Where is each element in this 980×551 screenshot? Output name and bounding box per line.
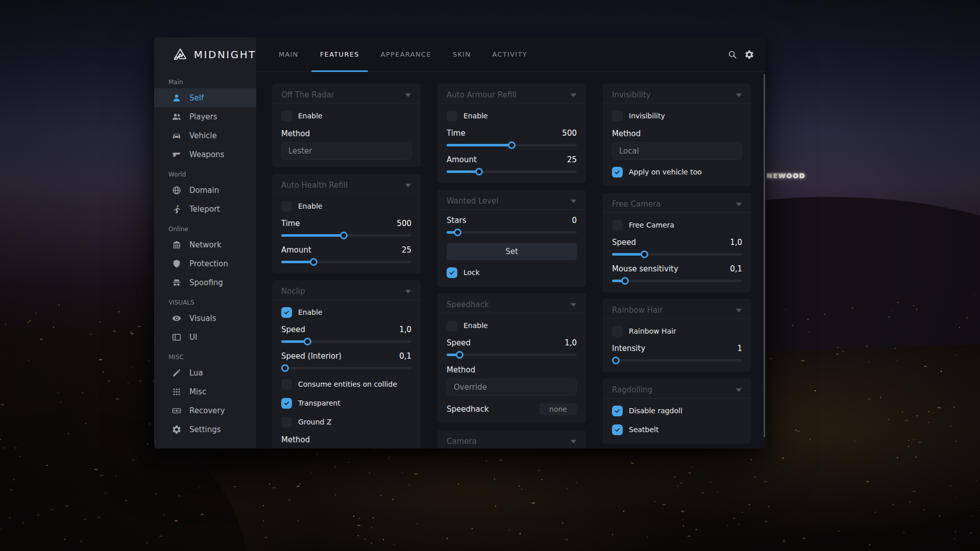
checkbox-box[interactable]: [612, 167, 623, 178]
tab-features[interactable]: FEATURES: [320, 37, 359, 71]
slider-header-intensity: Intensity1: [612, 342, 742, 355]
slider-knob[interactable]: [456, 351, 463, 359]
checkbox-ground-z[interactable]: Ground Z: [281, 415, 411, 429]
slider-speed[interactable]: [612, 250, 742, 258]
slider-knob[interactable]: [475, 168, 483, 176]
checkbox-apply-on-vehicle-too[interactable]: Apply on vehicle too: [612, 165, 742, 179]
card-divider: [603, 398, 751, 398]
checkbox-box[interactable]: [281, 379, 292, 390]
sidebar-item-visuals[interactable]: Visuals: [154, 309, 256, 328]
input-method[interactable]: Local: [612, 142, 742, 160]
scrollbar-thumb[interactable]: [764, 74, 765, 437]
slider-mouse-sensitivity[interactable]: [612, 277, 742, 285]
checkbox-box[interactable]: [612, 424, 623, 435]
checkbox-box[interactable]: [612, 220, 623, 231]
tab-activity[interactable]: ACTIVITY: [492, 37, 527, 71]
checkbox-box[interactable]: [447, 320, 457, 331]
checkbox-lock[interactable]: Lock: [447, 266, 577, 279]
sidebar-item-lua[interactable]: Lua: [154, 363, 256, 382]
sidebar-item-vehicle[interactable]: Vehicle: [154, 126, 256, 145]
input-method[interactable]: Override: [447, 379, 577, 396]
checkbox-box[interactable]: [281, 417, 292, 428]
slider-speed[interactable]: [447, 350, 577, 359]
sidebar-item-spoofing[interactable]: Spoofing: [154, 273, 256, 292]
slider-knob[interactable]: [612, 357, 620, 364]
slider-time[interactable]: [281, 231, 411, 239]
checkbox-enable[interactable]: Enable: [447, 109, 577, 122]
chevron-down-icon[interactable]: [405, 289, 411, 294]
checkbox-box[interactable]: [281, 111, 292, 121]
slider-knob[interactable]: [310, 258, 317, 266]
checkbox-rainbow-hair[interactable]: Rainbow Hair: [612, 324, 742, 338]
search-icon[interactable]: [727, 49, 738, 60]
slider-intensity[interactable]: [612, 356, 742, 364]
checkbox-box[interactable]: [281, 398, 292, 409]
sidebar-section-label: Online: [168, 226, 256, 233]
checkbox-enable[interactable]: Enable: [281, 199, 411, 213]
chevron-down-icon[interactable]: [736, 202, 742, 207]
checkbox-enable[interactable]: Enable: [281, 306, 411, 319]
slider-amount[interactable]: [281, 258, 411, 266]
checkbox-box[interactable]: [447, 111, 457, 121]
checkbox-box[interactable]: [612, 326, 623, 337]
checkbox-box[interactable]: [281, 307, 292, 318]
chevron-down-icon[interactable]: [570, 93, 577, 97]
checkbox-box[interactable]: [281, 201, 292, 212]
chevron-down-icon[interactable]: [736, 388, 742, 392]
checkbox-consume-entities-on-collide[interactable]: Consume entities on collide: [281, 378, 411, 391]
checkbox-transparent[interactable]: Transparent: [281, 396, 411, 410]
slider-label: Stars: [447, 216, 467, 225]
sidebar-item-misc[interactable]: Misc: [154, 382, 256, 401]
set-button[interactable]: Set: [447, 243, 577, 260]
tab-skin[interactable]: SKIN: [453, 37, 471, 71]
checkbox-box[interactable]: [612, 111, 623, 121]
slider-speed[interactable]: [281, 337, 411, 345]
slider-knob[interactable]: [641, 251, 648, 258]
sidebar-item-recovery[interactable]: Recovery: [154, 401, 256, 420]
slider-time[interactable]: [447, 141, 577, 149]
layout-icon: [172, 332, 182, 342]
chevron-down-icon[interactable]: [570, 303, 577, 307]
sidebar-item-protection[interactable]: Protection: [154, 254, 256, 273]
slider-knob[interactable]: [304, 338, 311, 345]
chevron-down-icon[interactable]: [405, 183, 411, 188]
sidebar-item-self[interactable]: Self: [154, 88, 256, 107]
card-header: Wanted Level: [447, 195, 577, 207]
sidebar-item-teleport[interactable]: Teleport: [154, 199, 256, 218]
slider-header-amount: Amount25: [447, 154, 577, 166]
checkbox-label: Invisibility: [629, 112, 665, 120]
checkbox-enable[interactable]: Enable: [281, 109, 411, 122]
sidebar-item-domain[interactable]: Domain: [154, 181, 256, 199]
chevron-down-icon[interactable]: [570, 439, 577, 444]
sidebar-item-network[interactable]: Network: [154, 235, 256, 254]
sidebar-item-weapons[interactable]: Weapons: [154, 145, 256, 164]
checkbox-free-camera[interactable]: Free Camera: [612, 218, 742, 232]
tab-main[interactable]: MAIN: [279, 37, 299, 71]
checkbox-disable-ragdoll[interactable]: Disable ragdoll: [612, 404, 742, 417]
card-title: Noclip: [281, 287, 305, 296]
chevron-down-icon[interactable]: [736, 308, 742, 313]
sidebar-item-players[interactable]: Players: [154, 107, 256, 126]
slider-amount[interactable]: [447, 167, 577, 176]
chevron-down-icon[interactable]: [405, 93, 411, 97]
slider-knob[interactable]: [508, 141, 516, 149]
sidebar-item-settings[interactable]: Settings: [154, 420, 256, 439]
checkbox-seatbelt[interactable]: Seatbelt: [612, 423, 742, 436]
slider-knob[interactable]: [621, 277, 629, 285]
slider-knob[interactable]: [340, 232, 348, 239]
checkbox-box[interactable]: [447, 267, 457, 278]
settings-gear-icon[interactable]: [744, 49, 754, 60]
chevron-down-icon[interactable]: [570, 199, 577, 204]
checkbox-invisibility[interactable]: Invisibility: [612, 109, 742, 122]
chevron-down-icon[interactable]: [736, 93, 742, 97]
checkbox-box[interactable]: [612, 406, 623, 416]
sidebar-item-ui[interactable]: UI: [154, 328, 256, 346]
badge-none[interactable]: none: [540, 403, 577, 415]
slider-knob[interactable]: [454, 229, 461, 236]
slider-stars[interactable]: [447, 228, 577, 236]
tab-appearance[interactable]: APPEARANCE: [381, 37, 431, 71]
slider-knob[interactable]: [281, 364, 289, 372]
checkbox-enable[interactable]: Enable: [447, 319, 577, 332]
input-method[interactable]: Lester: [281, 142, 411, 160]
slider-speed-interior[interactable]: [281, 364, 411, 372]
